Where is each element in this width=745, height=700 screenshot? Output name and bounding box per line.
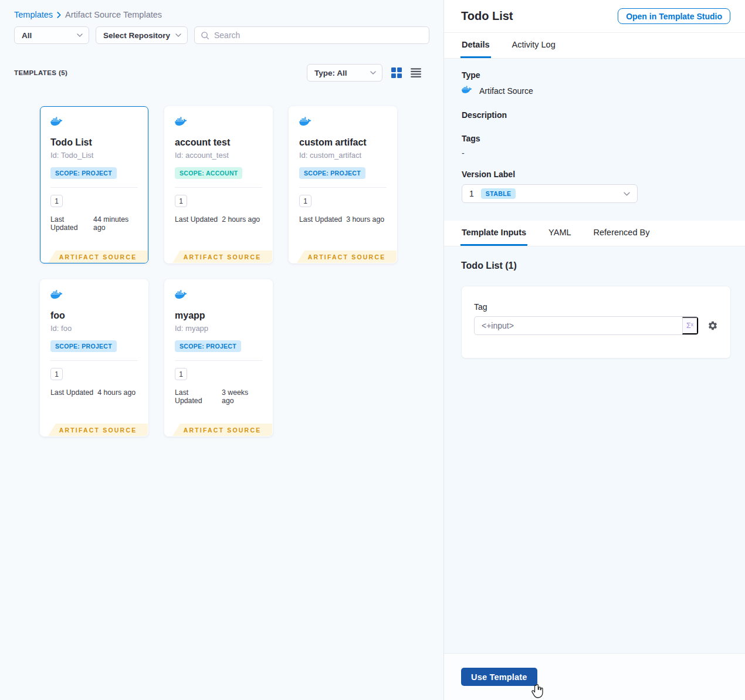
version-count-badge: 1 — [175, 368, 187, 380]
last-updated-value: 44 minutes ago — [93, 215, 138, 232]
template-id: Id: Todo_List — [50, 151, 138, 160]
inputs-card: Tag Σˣ — [461, 286, 731, 359]
last-updated-label: Last Updated — [175, 388, 218, 405]
grid-view-button[interactable] — [391, 67, 402, 78]
gear-icon[interactable] — [707, 320, 718, 331]
last-updated-value: 2 hours ago — [222, 215, 260, 224]
repository-filter-dropdown[interactable]: Select Repository — [96, 26, 188, 44]
panel-header: Todo List Open in Template Studio — [444, 0, 745, 33]
expression-input-icon[interactable]: Σˣ — [682, 317, 698, 334]
last-updated-label: Last Updated — [299, 215, 342, 224]
type-filter-dropdown[interactable]: Type: All — [307, 64, 382, 82]
tags-value: - — [462, 148, 727, 158]
tab-yaml[interactable]: YAML — [547, 221, 572, 246]
search-box — [194, 26, 429, 44]
version-label: Version Label — [462, 170, 727, 179]
last-updated-label: Last Updated — [175, 215, 218, 224]
panel-sub-tabs: Template Inputs YAML Referenced By — [444, 221, 745, 246]
scope-filter-dropdown[interactable]: All — [14, 26, 89, 44]
docker-icon — [462, 86, 474, 96]
chevron-down-icon — [370, 71, 376, 75]
breadcrumb: Templates Artifact Source Templates — [14, 10, 443, 19]
search-icon — [201, 31, 209, 40]
breadcrumb-templates-link[interactable]: Templates — [14, 10, 53, 19]
details-section: Type Artifact Source Description Tags - … — [444, 59, 745, 221]
type-filter-value: Type: All — [314, 69, 347, 77]
templates-list-pane: Templates Artifact Source Templates All … — [0, 0, 443, 700]
list-header: TEMPLATES (5) Type: All — [14, 64, 421, 82]
description-label: Description — [462, 110, 727, 120]
divider — [175, 360, 262, 361]
template-details-panel: Todo List Open in Template Studio Detail… — [443, 0, 745, 700]
scope-badge: SCOPE: ACCOUNT — [175, 167, 242, 179]
divider — [299, 187, 387, 188]
type-value: Artifact Source — [479, 86, 533, 96]
version-count-badge: 1 — [175, 195, 187, 207]
inputs-heading: Todo List (1) — [461, 261, 730, 271]
tab-referenced-by[interactable]: Referenced By — [592, 221, 651, 246]
template-id: Id: account_test — [175, 151, 262, 160]
last-updated-value: 4 hours ago — [97, 388, 136, 397]
chevron-down-icon — [624, 192, 630, 196]
artifact-source-ribbon: ARTIFACT SOURCE — [172, 251, 272, 263]
breadcrumb-current: Artifact Source Templates — [65, 10, 162, 19]
tab-details[interactable]: Details — [460, 33, 491, 58]
tag-input[interactable] — [475, 317, 682, 334]
docker-icon — [175, 117, 262, 128]
artifact-source-ribbon: ARTIFACT SOURCE — [172, 424, 272, 436]
scope-badge: SCOPE: PROJECT — [299, 167, 365, 179]
tag-input-group: Σˣ — [474, 316, 699, 335]
template-name: custom artifact — [299, 137, 387, 148]
artifact-source-ribbon: ARTIFACT SOURCE — [297, 251, 397, 263]
template-card-custom-artifact[interactable]: custom artifact Id: custom_artifact SCOP… — [289, 106, 397, 263]
template-name: myapp — [175, 310, 262, 321]
template-card-grid: Todo List Id: Todo_List SCOPE: PROJECT 1… — [40, 106, 396, 437]
version-count-badge: 1 — [50, 195, 63, 207]
template-card-todo-list[interactable]: Todo List Id: Todo_List SCOPE: PROJECT 1… — [40, 106, 148, 263]
artifact-source-ribbon: ARTIFACT SOURCE — [48, 424, 148, 436]
template-name: Todo List — [50, 137, 138, 148]
template-inputs-section: Todo List (1) Tag Σˣ — [444, 246, 745, 653]
scope-badge: SCOPE: PROJECT — [50, 167, 117, 179]
last-updated-value: 3 weeks ago — [222, 388, 262, 405]
template-id: Id: custom_artifact — [299, 151, 387, 160]
template-name: foo — [50, 310, 138, 321]
template-name: account test — [175, 137, 262, 148]
template-card-foo[interactable]: foo Id: foo SCOPE: PROJECT 1 Last Update… — [40, 279, 148, 437]
panel-footer: Use Template — [444, 653, 745, 700]
chevron-down-icon — [175, 33, 181, 37]
filter-bar: All Select Repository — [14, 26, 429, 44]
scope-badge: SCOPE: PROJECT — [175, 340, 241, 352]
last-updated-label: Last Updated — [50, 388, 93, 397]
version-count-badge: 1 — [299, 195, 311, 207]
template-id: Id: foo — [50, 324, 138, 333]
divider — [50, 360, 138, 361]
divider — [50, 187, 138, 188]
template-card-myapp[interactable]: myapp Id: myapp SCOPE: PROJECT 1 Last Up… — [164, 279, 273, 437]
last-updated-label: Last Updated — [50, 215, 89, 232]
panel-title: Todo List — [461, 9, 513, 23]
repository-filter-value: Select Repository — [103, 31, 170, 40]
templates-count-label: TEMPLATES (5) — [14, 69, 67, 76]
docker-icon — [50, 290, 138, 302]
version-dropdown[interactable]: 1 STABLE — [462, 184, 638, 203]
version-count-badge: 1 — [50, 368, 63, 380]
stable-badge: STABLE — [481, 188, 516, 199]
list-view-button[interactable] — [411, 68, 421, 77]
divider — [175, 187, 262, 188]
scope-filter-value: All — [22, 31, 32, 40]
scope-badge: SCOPE: PROJECT — [50, 340, 117, 352]
tag-label: Tag — [474, 302, 718, 312]
version-value: 1 — [469, 189, 474, 198]
tab-template-inputs[interactable]: Template Inputs — [460, 221, 527, 246]
use-template-button[interactable]: Use Template — [461, 668, 537, 686]
docker-icon — [175, 290, 262, 302]
search-input[interactable] — [214, 31, 423, 40]
docker-icon — [299, 117, 387, 128]
template-card-account-test[interactable]: account test Id: account_test SCOPE: ACC… — [164, 106, 273, 263]
panel-tabs: Details Activity Log — [444, 33, 745, 59]
type-label: Type — [462, 70, 727, 80]
chevron-right-icon — [57, 12, 61, 18]
open-in-template-studio-button[interactable]: Open in Template Studio — [618, 8, 730, 24]
tab-activity-log[interactable]: Activity Log — [511, 33, 557, 58]
